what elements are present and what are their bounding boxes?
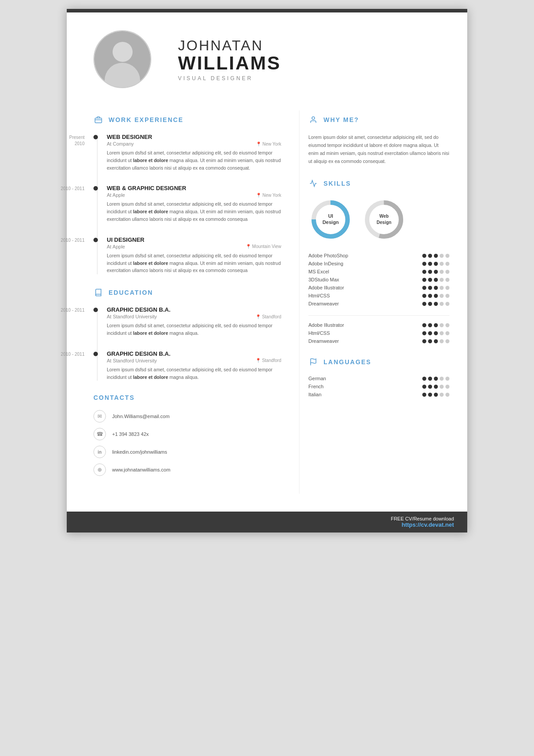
lang-row-3: Italian [308, 392, 449, 397]
dot [440, 286, 444, 290]
dot [445, 331, 449, 335]
work-company-row-1: At Company 📍 New York [107, 141, 281, 146]
svg-text:Web: Web [380, 214, 389, 219]
dot [434, 323, 438, 327]
skill-row-3: MS Excel [308, 269, 449, 274]
skills-charts: UI Design Web Design [308, 197, 449, 242]
dot [440, 302, 444, 306]
dot [440, 262, 444, 266]
edu-dot-2 [93, 352, 98, 356]
dot [428, 302, 432, 306]
edu-item-1: 2010 - 2011 GRAPHIC DESIGN B.A. At Stand… [102, 306, 281, 337]
dot [422, 294, 426, 298]
dot [434, 393, 438, 397]
skills-section: SKILLS UI Design [308, 179, 449, 344]
contacts-title: CONTACTS [93, 394, 135, 401]
dot [434, 254, 438, 258]
edu-company-row-2: At Standford University 📍 Standford [107, 358, 281, 363]
edu-title-1: GRAPHIC DESIGN B.A. [107, 306, 281, 313]
edu-location-1: 📍 Standford [255, 314, 281, 319]
timeline-dot-3 [93, 238, 98, 242]
work-company-1: At Company [107, 141, 134, 146]
education-section: EDUCATION 2010 - 2011 GRAPHIC DESIGN B.A… [93, 288, 281, 381]
skill-name-2: Adobe InDesing [308, 261, 366, 266]
dot [422, 302, 426, 306]
lang-row-1: German [308, 376, 449, 381]
pin-icon-edu-1: 📍 [255, 314, 261, 319]
dot [445, 278, 449, 282]
pin-icon: 📍 [256, 142, 261, 146]
timeline-dot-1 [93, 135, 98, 139]
briefcase-icon [93, 115, 103, 125]
work-experience-title: WORK EXPERIENCE [109, 116, 183, 123]
work-company-row-2: At Apple 📍 New York [107, 192, 281, 198]
skill-row-6: Html/CSS [308, 293, 449, 298]
skill2-name-3: Dreamweaver [308, 338, 366, 344]
pin-icon-edu-2: 📍 [255, 358, 261, 363]
dot [440, 385, 444, 389]
skill-row-5: Adobe Illustrator [308, 285, 449, 290]
skill-row-4: 3DStudio Max [308, 277, 449, 282]
skill-dots-4 [422, 278, 449, 282]
dot [445, 270, 449, 274]
dot [422, 278, 426, 282]
languages-section: LANGUAGES German French [308, 357, 449, 397]
dot [445, 385, 449, 389]
dot [422, 377, 426, 381]
edu-item-2: 2010 - 2011 GRAPHIC DESIGN B.A. At Stand… [102, 350, 281, 381]
lang-name-3: Italian [308, 392, 366, 397]
work-title-2: WEB & GRAPHIC DESIGNER [107, 185, 281, 191]
dot [428, 377, 432, 381]
dot [440, 323, 444, 327]
book-icon [93, 288, 103, 297]
lang-name-1: German [308, 376, 366, 381]
svg-point-3 [312, 117, 315, 119]
contact-email: ✉ John.Williams@email.com [93, 410, 281, 423]
dot [422, 286, 426, 290]
skill-dots-5 [422, 286, 449, 290]
content: WORK EXPERIENCE Present 2010 WEB DESIGNE… [67, 102, 467, 512]
dot [445, 254, 449, 258]
svg-text:Design: Design [323, 219, 339, 225]
skill-row-7: Dreamweaver [308, 301, 449, 306]
dot [422, 262, 426, 266]
edu-desc-2: Lorem ipsum dsfsd sit amet, consectetur … [107, 366, 281, 381]
dot [440, 254, 444, 258]
languages-header: LANGUAGES [308, 357, 449, 367]
footer-link[interactable]: https://cv.devat.net [401, 521, 454, 528]
skill2-dots-2 [422, 331, 449, 335]
edu-company-2: At Standford University [107, 358, 157, 363]
linkedin-icon: in [93, 446, 106, 458]
skill2-row-2: Html/CSS [308, 330, 449, 336]
pin-icon-3: 📍 [246, 244, 251, 249]
skill2-dots-1 [422, 323, 449, 327]
left-column: WORK EXPERIENCE Present 2010 WEB DESIGNE… [67, 110, 299, 494]
dot [434, 262, 438, 266]
edu-company-row-1: At Standford University 📍 Standford [107, 314, 281, 319]
dot [434, 294, 438, 298]
dot [445, 377, 449, 381]
contacts-section: CONTACTS ✉ John.Williams@email.com ☎ +1 … [93, 394, 281, 476]
work-content-2: WEB & GRAPHIC DESIGNER At Apple 📍 New Yo… [98, 185, 281, 223]
dot [428, 278, 432, 282]
why-me-header: WHY ME? [308, 115, 449, 125]
dot [434, 278, 438, 282]
work-location-3: 📍 Mountain View [246, 244, 281, 249]
work-date-2: 2010 - 2011 [58, 185, 93, 223]
dot [428, 339, 432, 343]
contact-linkedin: in linkedin.com/johnwilliams [93, 446, 281, 458]
resume-page: JOHNATAN WILLIAMS VISUAL DESIGNER [67, 9, 467, 532]
edu-content-2: GRAPHIC DESIGN B.A. At Standford Univers… [98, 350, 281, 381]
first-name: JOHNATAN [178, 37, 281, 54]
dot [440, 393, 444, 397]
work-date-3: 2010 - 2011 [58, 236, 93, 274]
person-icon [308, 115, 318, 125]
why-me-section: WHY ME? Lorem ipsum dolor sit amet, cons… [308, 115, 449, 165]
lang-dots-1 [422, 377, 449, 381]
skill-name-3: MS Excel [308, 269, 366, 274]
languages-title: LANGUAGES [324, 358, 371, 366]
skill2-row-3: Dreamweaver [308, 338, 449, 344]
edu-dot-1 [93, 308, 98, 312]
why-me-title: WHY ME? [324, 116, 359, 123]
donut-web-design: Web Design [362, 197, 406, 242]
